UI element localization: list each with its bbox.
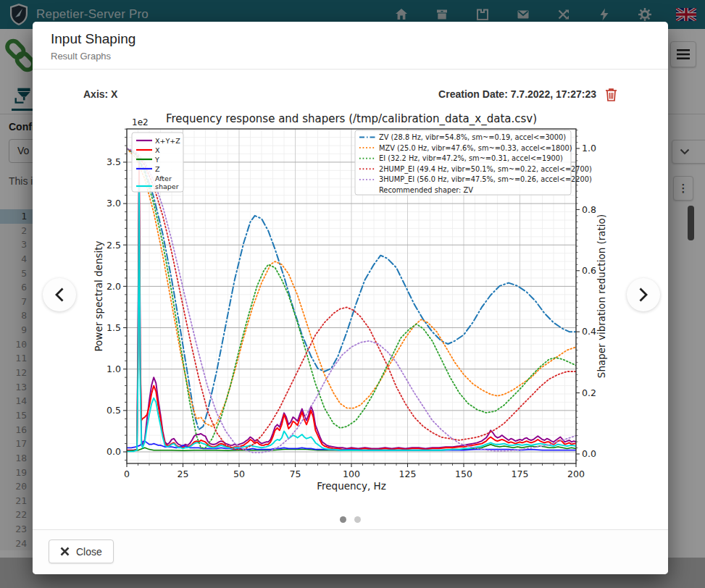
svg-text:Shaper vibration reduction (ra: Shaper vibration reduction (ratio): [596, 214, 607, 378]
svg-text:Y: Y: [154, 156, 159, 164]
svg-text:Z: Z: [155, 165, 160, 173]
svg-text:100: 100: [343, 469, 360, 479]
svg-text:Power spectral density: Power spectral density: [93, 240, 104, 351]
svg-text:125: 125: [399, 469, 417, 479]
graph-meta-row: Axis: X Creation Date: 7.7.2022, 17:27:2…: [83, 85, 617, 103]
legend-psd: X+Y+ZXYZshaper: [132, 133, 183, 192]
carousel-dot-2[interactable]: [354, 516, 361, 523]
svg-text:2HUMP_EI (49.4 Hz, vibr=50.1%,: 2HUMP_EI (49.4 Hz, vibr=50.1%, sm~=0.22,…: [379, 165, 592, 174]
svg-text:MZV (25.0 Hz, vibr=47.6%, sm~=: MZV (25.0 Hz, vibr=47.6%, sm~=0.33, acce…: [379, 144, 572, 152]
svg-text:2.0: 2.0: [107, 281, 121, 292]
axis-label: Axis: X: [83, 88, 117, 100]
svg-text:0.5: 0.5: [107, 405, 121, 416]
svg-text:50: 50: [233, 469, 245, 479]
svg-text:0.6: 0.6: [582, 265, 596, 276]
svg-text:0.8: 0.8: [582, 204, 596, 215]
input-shaping-dialog: Input Shaping Result Graphs Axis: X Crea…: [33, 22, 668, 574]
result-chart-svg: 02550751001251501752000.00.51.01.52.02.5…: [83, 105, 617, 505]
creation-date: Creation Date: 7.7.2022, 17:27:23: [438, 88, 596, 100]
svg-text:1.0: 1.0: [582, 143, 596, 154]
carousel-next-button[interactable]: [627, 278, 660, 311]
carousel-dots: [83, 513, 617, 526]
carousel-dot-1[interactable]: [340, 516, 346, 523]
svg-text:0: 0: [124, 469, 130, 479]
svg-text:X: X: [155, 146, 160, 154]
svg-text:After: After: [155, 175, 172, 182]
svg-text:1.0: 1.0: [107, 364, 121, 374]
svg-text:150: 150: [455, 469, 472, 479]
svg-text:shaper: shaper: [155, 182, 179, 190]
svg-text:Frequency, Hz: Frequency, Hz: [317, 480, 386, 492]
screen: Repetier-Server Pro: [0, 0, 705, 588]
dialog-subtitle: Result Graphs: [51, 51, 111, 62]
result-graph: 02550751001251501752000.00.51.01.52.02.5…: [83, 105, 617, 505]
carousel-prev-button[interactable]: [43, 278, 76, 311]
svg-text:25: 25: [178, 469, 189, 479]
svg-text:0.4: 0.4: [582, 326, 596, 337]
svg-text:2.5: 2.5: [107, 240, 121, 251]
svg-text:175: 175: [512, 469, 529, 479]
svg-text:1.5: 1.5: [107, 322, 121, 333]
svg-text:0.2: 0.2: [582, 387, 596, 398]
close-icon: [60, 547, 70, 556]
creation-date-group: Creation Date: 7.7.2022, 17:27:23: [438, 88, 617, 101]
svg-text:75: 75: [290, 469, 301, 479]
svg-text:3.5: 3.5: [107, 156, 121, 167]
close-button-label: Close: [76, 546, 102, 558]
svg-text:Frequency response and shapers: Frequency response and shapers (/tmp/cal…: [166, 112, 537, 126]
svg-text:3.0: 3.0: [107, 198, 121, 209]
chevron-left-icon: [54, 287, 65, 303]
svg-text:X+Y+Z: X+Y+Z: [155, 137, 180, 145]
svg-text:200: 200: [567, 469, 585, 479]
svg-text:0.0: 0.0: [582, 448, 596, 459]
svg-text:EI (32.2 Hz, vibr=47.2%, sm~=0: EI (32.2 Hz, vibr=47.2%, sm~=0.31, accel…: [379, 154, 563, 162]
dialog-header: Input Shaping Result Graphs: [33, 22, 668, 70]
svg-text:1e2: 1e2: [132, 117, 149, 127]
dialog-title: Input Shaping: [51, 31, 135, 47]
svg-text:0.0: 0.0: [107, 446, 121, 457]
chevron-right-icon: [638, 287, 649, 303]
dialog-footer: Close: [33, 529, 668, 574]
svg-text:ZV (28.8 Hz, vibr=54.8%, sm~=0: ZV (28.8 Hz, vibr=54.8%, sm~=0.19, accel…: [379, 133, 566, 141]
svg-text:Recommended shaper: ZV: Recommended shaper: ZV: [379, 186, 473, 194]
close-button[interactable]: Close: [49, 539, 114, 563]
svg-text:3HUMP_EI (56.0 Hz, vibr=47.5%,: 3HUMP_EI (56.0 Hz, vibr=47.5%, sm~=0.26,…: [379, 175, 592, 184]
trash-icon[interactable]: [605, 88, 617, 101]
